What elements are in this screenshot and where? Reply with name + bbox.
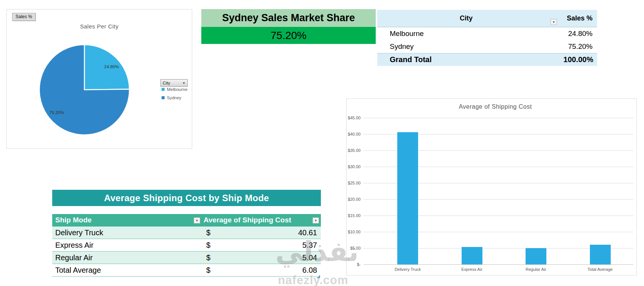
bar-chart-card: Average of Shipping Cost $45.00$40.00$35… xyxy=(346,98,637,275)
sales-pct-slicer-button[interactable]: Sales % xyxy=(12,13,36,21)
sales-cell: 24.80% xyxy=(555,30,597,38)
table-row: Total Average $ 6.08 xyxy=(52,264,321,277)
legend-item-melbourne: Melbourne xyxy=(162,87,187,92)
market-share-title: Sydney Sales Market Share xyxy=(201,9,376,27)
value-cell: 5.37 xyxy=(302,241,317,250)
y-tick-label: $20.00 xyxy=(347,197,361,202)
value-cell: 6.08 xyxy=(302,266,317,275)
bar-express-air xyxy=(462,247,482,264)
pie-data-label-sydney: 75.20% xyxy=(44,110,70,115)
currency-cell: $ xyxy=(206,228,210,237)
bar-regular-air xyxy=(526,248,546,264)
y-tick-label: $10.00 xyxy=(347,229,361,234)
city-column-header: City xyxy=(377,14,555,22)
market-share-value: 75.20% xyxy=(201,27,376,44)
table-row: Delivery Truck $ 40.61 xyxy=(52,227,321,239)
y-tick-label: $15.00 xyxy=(347,213,361,218)
y-tick-label: $30.00 xyxy=(347,164,361,169)
table-row: Melbourne 24.80% xyxy=(377,27,597,40)
avg-cost-column-header: Average of Shipping Cost xyxy=(204,216,291,224)
y-tick-label: $- xyxy=(347,262,361,267)
y-tick-label: $25.00 xyxy=(347,180,361,186)
bar-total-average xyxy=(590,245,611,264)
x-category-label: Delivery Truck xyxy=(381,267,434,272)
sales-column-header: Sales % xyxy=(555,14,597,22)
bar-delivery-truck xyxy=(397,132,418,264)
table-row: Sydney 75.20% xyxy=(377,40,597,53)
gridline xyxy=(364,264,633,265)
ship-mode-cell: Delivery Truck xyxy=(52,228,103,237)
shipping-table-title: Average Shipping Cost by Ship Mode xyxy=(52,190,321,206)
y-tick-label: $5.00 xyxy=(347,245,361,251)
sales-cell: 75.20% xyxy=(555,42,597,51)
grand-total-row: Grand Total 100.00% xyxy=(377,53,597,66)
ship-mode-filter-dropdown-button[interactable]: ▼ xyxy=(194,217,200,223)
ship-mode-cell: Express Air xyxy=(52,241,93,250)
legend-item-label: Sydney xyxy=(167,95,181,100)
legend-city-filter-label: City xyxy=(163,81,170,85)
grand-total-value: 100.00% xyxy=(555,55,597,64)
shipping-cost-table: Average Shipping Cost by Ship Mode Ship … xyxy=(52,190,321,206)
ship-mode-cell: Regular Air xyxy=(52,253,93,262)
table-row: Regular Air $ 5.04 xyxy=(52,252,321,264)
gridline xyxy=(364,118,633,118)
shipping-table-header-row: Ship Mode ▼ Average of Shipping Cost ▼ xyxy=(52,214,321,227)
x-category-label: Total Average xyxy=(574,267,627,272)
value-cell: 5.04 xyxy=(302,253,317,262)
melbourne-swatch-icon xyxy=(162,88,165,91)
currency-cell: $ xyxy=(206,241,210,250)
ship-mode-column-header: Ship Mode xyxy=(55,216,92,224)
y-tick-label: $40.00 xyxy=(347,131,361,137)
currency-cell: $ xyxy=(206,266,210,275)
legend-item-label: Melbourne xyxy=(167,87,187,92)
ship-mode-cell: Total Average xyxy=(52,266,101,275)
city-table-header-row: City ▼ Sales % xyxy=(377,10,597,27)
avg-cost-filter-dropdown-button[interactable]: ▼ xyxy=(313,217,319,223)
pie-chart-title: Sales Per City xyxy=(7,23,192,30)
bar-chart-title: Average of Shipping Cost xyxy=(420,103,571,110)
value-cell: 40.61 xyxy=(298,228,317,237)
chevron-down-icon: ▼ xyxy=(182,81,185,85)
x-category-label: Express Air xyxy=(445,267,498,272)
y-tick-label: $45.00 xyxy=(347,115,361,120)
city-cell: Sydney xyxy=(377,42,555,51)
table-resize-handle[interactable] xyxy=(317,275,320,278)
pie-data-label-melbourne: 24.80% xyxy=(98,64,125,69)
sydney-swatch-icon xyxy=(162,96,165,99)
currency-cell: $ xyxy=(206,253,210,262)
pie-chart-card: Sales % Sales Per City 24.80% 75.20% Cit… xyxy=(6,9,192,149)
legend-item-sydney: Sydney xyxy=(162,95,181,100)
legend-city-filter-button[interactable]: City ▼ xyxy=(160,79,188,87)
pie-chart xyxy=(38,44,131,136)
market-share-banner: Sydney Sales Market Share 75.20% xyxy=(201,9,376,44)
city-cell: Melbourne xyxy=(377,30,555,38)
table-row: Express Air $ 5.37 xyxy=(52,239,321,252)
x-category-label: Regular Air xyxy=(510,267,563,272)
y-tick-label: $35.00 xyxy=(347,148,361,153)
city-sales-table: City ▼ Sales % Melbourne 24.80% Sydney 7… xyxy=(377,10,597,66)
city-filter-dropdown-button[interactable]: ▼ xyxy=(551,19,557,25)
grand-total-label: Grand Total xyxy=(377,55,555,64)
